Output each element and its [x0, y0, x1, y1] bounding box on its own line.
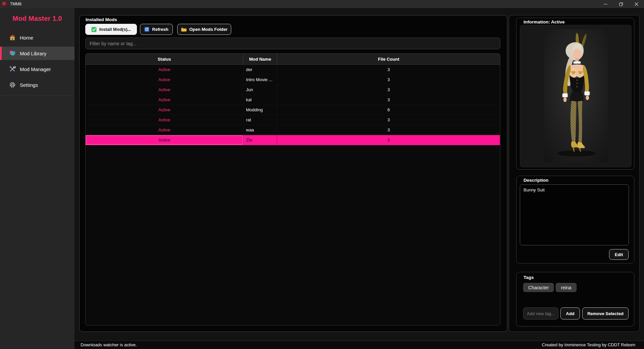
- statusbar: Downloads watcher is active. Created by …: [75, 341, 644, 349]
- refresh-button[interactable]: Refresh: [140, 24, 173, 35]
- sidebar-item-label: Mod Library: [20, 51, 46, 56]
- app-brand-title: Mod Master 1.0: [0, 8, 75, 29]
- mod-name: der: [243, 65, 277, 74]
- table-row[interactable]: Active rat 3: [86, 115, 500, 125]
- tag-chip[interactable]: reina: [556, 283, 576, 292]
- table-row[interactable]: Active Zbr 3: [86, 135, 500, 145]
- tag-chip-list: Characterreina: [523, 283, 577, 292]
- mod-file-count: 3: [277, 75, 500, 84]
- credits-text: Created by Imminence Testing by CDDT Reb…: [542, 342, 635, 347]
- table-row[interactable]: Active der 3: [86, 65, 500, 75]
- home-icon: [9, 34, 16, 41]
- tags-title: Tags: [524, 275, 534, 280]
- mod-status: Active: [86, 85, 243, 95]
- mod-file-count: 3: [277, 85, 500, 95]
- minimize-button[interactable]: [598, 0, 613, 8]
- sidebar-item-home[interactable]: Home: [0, 31, 75, 44]
- mod-name: Jun: [243, 85, 277, 95]
- titlebar: TMM8: [0, 0, 644, 8]
- open-mods-folder-button[interactable]: Open Mods Folder: [177, 24, 231, 35]
- add-tag-input[interactable]: [523, 307, 558, 319]
- refresh-icon: [144, 27, 149, 32]
- mod-name: Modding: [243, 105, 277, 115]
- install-check-icon: [91, 27, 97, 32]
- close-icon: [635, 2, 638, 6]
- column-header-file-count[interactable]: File Count: [277, 54, 500, 64]
- app-icon: [2, 2, 7, 7]
- mod-name: kal: [243, 95, 277, 105]
- mod-name: Intro Movie ...: [243, 75, 277, 84]
- installed-mods-panel: Installed Mods Install Mod(s)... Refresh…: [79, 15, 507, 332]
- sidebar-item-settings[interactable]: Settings: [0, 78, 75, 92]
- minimize-icon: [604, 2, 607, 6]
- mod-file-count: 3: [277, 115, 500, 125]
- mod-status: Active: [86, 75, 243, 84]
- sidebar: Mod Master 1.0 Home Mod Library: [0, 8, 75, 349]
- mod-file-count: 3: [277, 95, 500, 105]
- settings-icon: [9, 81, 16, 88]
- table-row[interactable]: Active Intro Movie ... 3: [86, 75, 500, 85]
- mods-table-body: Active der 3 Active Intro Movie ... 3 Ac…: [86, 65, 500, 145]
- mod-status: Active: [86, 95, 243, 105]
- restore-button[interactable]: [613, 0, 629, 8]
- table-row[interactable]: Active kal 3: [86, 95, 500, 105]
- mod-manager-icon: [9, 66, 16, 72]
- window-title: TMM8: [10, 2, 21, 6]
- table-row[interactable]: Active Modding 6: [86, 105, 500, 115]
- edit-description-button[interactable]: Edit: [609, 249, 629, 260]
- open-mods-folder-label: Open Mods Folder: [189, 27, 228, 32]
- information-title: Information: Active: [524, 19, 565, 24]
- install-mods-button[interactable]: Install Mod(s)...: [85, 24, 137, 35]
- information-group: Information: Active: [516, 18, 634, 170]
- tag-chip[interactable]: Character: [523, 283, 554, 292]
- mod-library-icon: [9, 50, 16, 57]
- mod-file-count: 3: [277, 65, 500, 74]
- mod-preview-image: [544, 29, 608, 163]
- mod-status: Active: [86, 105, 243, 115]
- sidebar-item-mod-library[interactable]: Mod Library: [0, 47, 75, 60]
- sidebar-item-label: Mod Manager: [20, 66, 51, 72]
- description-title: Description: [524, 178, 548, 183]
- remove-selected-tag-button[interactable]: Remove Selected: [582, 307, 629, 319]
- mod-status: Active: [86, 115, 243, 125]
- mod-file-count: 3: [277, 135, 500, 145]
- app-window: TMM8 Mod Master 1.0 Home: [0, 0, 644, 349]
- refresh-label: Refresh: [152, 27, 168, 32]
- mod-status: Active: [86, 65, 243, 74]
- filter-input[interactable]: [85, 38, 500, 49]
- sidebar-separator: [0, 96, 75, 96]
- mod-name: waa: [243, 125, 277, 135]
- sidebar-item-label: Home: [20, 35, 33, 41]
- close-button[interactable]: [629, 0, 644, 8]
- sidebar-item-label: Settings: [20, 82, 38, 88]
- installed-mods-title: Installed Mods: [86, 17, 117, 22]
- mod-file-count: 6: [277, 105, 500, 115]
- mod-status: Active: [86, 135, 243, 145]
- mod-file-count: 3: [277, 125, 500, 135]
- status-message: Downloads watcher is active.: [81, 342, 137, 347]
- tags-group: Tags Characterreina Add Remove Selected: [516, 272, 634, 327]
- add-tag-button[interactable]: Add: [560, 307, 580, 319]
- folder-icon: [181, 27, 187, 32]
- description-text-area[interactable]: Bunny Suit: [520, 184, 629, 245]
- table-row[interactable]: Active Jun 3: [86, 85, 500, 95]
- column-header-status[interactable]: Status: [86, 54, 243, 64]
- table-row[interactable]: Active waa 3: [86, 125, 500, 135]
- mod-name: Zbr: [243, 135, 277, 145]
- description-group: Description Bunny Suit Edit: [516, 176, 634, 264]
- column-header-mod-name[interactable]: Mod Name: [243, 54, 277, 64]
- install-mods-label: Install Mod(s)...: [99, 27, 131, 32]
- mods-table: Status Mod Name File Count Active der 3 …: [85, 53, 500, 326]
- mods-table-header: Status Mod Name File Count: [86, 54, 500, 65]
- mod-status: Active: [86, 125, 243, 135]
- sidebar-item-mod-manager[interactable]: Mod Manager: [0, 62, 75, 76]
- mod-name: rat: [243, 115, 277, 125]
- info-panel: Information: Active: [509, 15, 640, 332]
- restore-icon: [619, 2, 623, 6]
- mod-preview-frame: [520, 25, 632, 167]
